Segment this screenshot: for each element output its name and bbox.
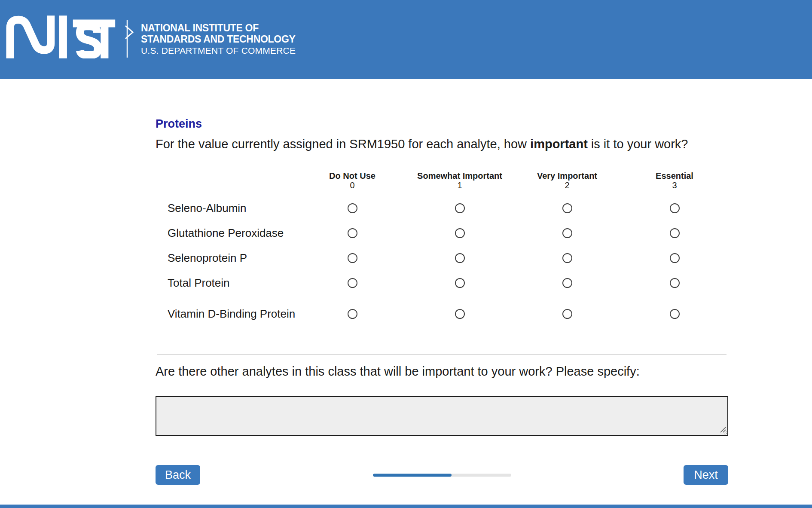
logo-separator-icon: [122, 15, 135, 60]
radio-button-row3-col0[interactable]: [348, 278, 357, 288]
other-analytes-textarea[interactable]: [156, 396, 728, 436]
other-analytes-question: Are there other analytes in this class t…: [156, 364, 728, 379]
radio-cell: [621, 203, 728, 213]
analyte-label: Total Protein: [168, 276, 299, 290]
agency-name-line3: U.S. DEPARTMENT OF COMMERCE: [141, 45, 296, 56]
radio-cell: [513, 253, 621, 263]
importance-question-before: For the value currently assigned in SRM1…: [156, 137, 530, 151]
progress-fill: [373, 474, 452, 477]
radio-button-row2-col2[interactable]: [562, 253, 572, 263]
survey-page: NATIONAL INSTITUTE OF STANDARDS AND TECH…: [0, 0, 812, 508]
progress-bar: [373, 474, 511, 477]
agency-name: NATIONAL INSTITUTE OF STANDARDS AND TECH…: [141, 15, 296, 56]
matrix-table: Seleno-Albumin Glutathione Peroxidase Se…: [156, 196, 728, 332]
radio-button-row4-col3[interactable]: [670, 309, 680, 319]
column-header-label: Do Not Use: [299, 171, 406, 181]
navigation-row: Back Next: [156, 465, 728, 485]
radio-button-row3-col3[interactable]: [670, 278, 680, 288]
radio-cell: [299, 228, 406, 238]
column-header-label: Very Important: [513, 171, 621, 181]
radio-button-row4-col2[interactable]: [562, 309, 572, 319]
matrix-header-row: Do Not Use 0 Somewhat Important 1 Very I…: [168, 171, 728, 190]
analyte-row-seleno-albumin: Seleno-Albumin: [168, 196, 728, 220]
analyte-row-vitamin-d-binding-protein: Vitamin D-Binding Protein: [168, 295, 728, 332]
radio-cell: [299, 309, 406, 319]
site-header: NATIONAL INSTITUTE OF STANDARDS AND TECH…: [0, 0, 812, 79]
section-divider: [157, 355, 727, 355]
survey-content: Proteins For the value currently assigne…: [156, 79, 728, 485]
analyte-label: Vitamin D-Binding Protein: [168, 307, 299, 321]
radio-cell: [299, 203, 406, 213]
radio-cell: [621, 309, 728, 319]
radio-button-row4-col0[interactable]: [348, 309, 357, 319]
column-header-do-not-use: Do Not Use 0: [299, 171, 406, 190]
analyte-label: Selenoprotein P: [168, 251, 299, 265]
column-header-very-important: Very Important 2: [513, 171, 621, 190]
section-title: Proteins: [156, 117, 728, 130]
radio-button-row1-col1[interactable]: [455, 228, 465, 238]
column-header-value: 0: [299, 181, 406, 190]
radio-cell: [406, 203, 513, 213]
radio-cell: [621, 253, 728, 263]
radio-button-row2-col0[interactable]: [348, 253, 357, 263]
radio-button-row3-col2[interactable]: [562, 278, 572, 288]
other-analytes-field-wrap: [156, 396, 728, 436]
radio-cell: [299, 253, 406, 263]
matrix-header-spacer: [168, 171, 299, 190]
radio-cell: [406, 253, 513, 263]
next-button[interactable]: Next: [684, 465, 728, 485]
footer-bar: [0, 505, 812, 508]
analyte-row-glutathione-peroxidase: Glutathione Peroxidase: [168, 220, 728, 245]
agency-name-line1: NATIONAL INSTITUTE OF: [141, 22, 296, 34]
radio-button-row1-col3[interactable]: [670, 228, 680, 238]
agency-name-line2: STANDARDS AND TECHNOLOGY: [141, 34, 296, 45]
radio-cell: [513, 278, 621, 288]
column-header-value: 1: [406, 181, 513, 190]
radio-cell: [513, 203, 621, 213]
radio-button-row3-col1[interactable]: [455, 278, 465, 288]
radio-cell: [621, 228, 728, 238]
radio-button-row2-col1[interactable]: [455, 253, 465, 263]
radio-button-row2-col3[interactable]: [670, 253, 680, 263]
nist-wordmark-icon: [6, 15, 117, 58]
column-header-somewhat-important: Somewhat Important 1: [406, 171, 513, 190]
analyte-row-total-protein: Total Protein: [168, 270, 728, 295]
radio-cell: [299, 278, 406, 288]
importance-question-after: is it to your work?: [588, 137, 688, 151]
column-header-value: 2: [513, 181, 621, 190]
radio-button-row0-col0[interactable]: [348, 203, 357, 213]
column-header-value: 3: [621, 181, 728, 190]
back-button[interactable]: Back: [156, 465, 200, 485]
radio-cell: [406, 228, 513, 238]
radio-cell: [621, 278, 728, 288]
radio-button-row4-col1[interactable]: [455, 309, 465, 319]
radio-button-row1-col2[interactable]: [562, 228, 572, 238]
radio-cell: [513, 309, 621, 319]
radio-cell: [513, 228, 621, 238]
radio-button-row1-col0[interactable]: [348, 228, 357, 238]
radio-cell: [406, 309, 513, 319]
radio-button-row0-col1[interactable]: [455, 203, 465, 213]
radio-button-row0-col3[interactable]: [670, 203, 680, 213]
importance-question-bold: important: [530, 137, 588, 151]
nist-logo: NATIONAL INSTITUTE OF STANDARDS AND TECH…: [6, 15, 296, 60]
analyte-label: Seleno-Albumin: [168, 202, 299, 215]
column-header-label: Essential: [621, 171, 728, 181]
column-header-essential: Essential 3: [621, 171, 728, 190]
radio-cell: [406, 278, 513, 288]
importance-question: For the value currently assigned in SRM1…: [156, 136, 728, 152]
analyte-row-selenoprotein-p: Selenoprotein P: [168, 245, 728, 270]
radio-button-row0-col2[interactable]: [562, 203, 572, 213]
column-header-label: Somewhat Important: [406, 171, 513, 181]
analyte-label: Glutathione Peroxidase: [168, 226, 299, 240]
